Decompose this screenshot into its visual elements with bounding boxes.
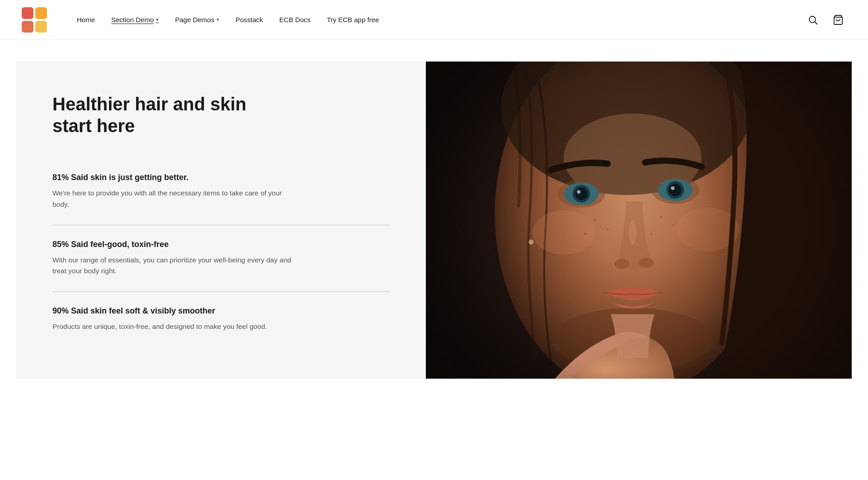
nav-item-try-ecb[interactable]: Try ECB app free	[319, 12, 387, 27]
cart-button[interactable]	[830, 12, 846, 28]
stat-text-1: We're here to provide you with all the n…	[52, 188, 297, 210]
nav-item-ecb-docs[interactable]: ECB Docs	[271, 12, 319, 27]
search-icon	[807, 14, 818, 25]
portrait-svg	[426, 62, 852, 379]
stat-text-2: With our range of essentials, you can pr…	[52, 255, 297, 277]
cart-icon	[833, 14, 844, 25]
stat-item-2: 85% Said feel-good, toxin-free With our …	[52, 225, 390, 292]
nav-item-section-demo[interactable]: Section Demo ▾	[103, 12, 167, 27]
logo[interactable]	[22, 7, 47, 33]
logo-cell-1	[22, 7, 33, 19]
hero-image	[426, 62, 852, 379]
stat-heading-2: 85% Said feel-good, toxin-free	[52, 240, 390, 249]
hero-title: Healthier hair and skin start here	[52, 93, 288, 137]
stat-heading-1: 81% Said skin is just getting better.	[52, 173, 390, 182]
svg-line-1	[815, 22, 818, 24]
search-button[interactable]	[805, 12, 821, 28]
nav-item-page-demos[interactable]: Page Demos ▾	[167, 12, 227, 27]
main-nav: Home Section Demo ▾ Page Demos ▾ Posstac…	[69, 12, 805, 27]
stats-list: 81% Said skin is just getting better. We…	[52, 158, 390, 347]
chevron-down-icon: ▾	[217, 17, 219, 23]
chevron-down-icon: ▾	[156, 17, 159, 23]
stat-item-1: 81% Said skin is just getting better. We…	[52, 158, 390, 225]
logo-cell-2	[35, 7, 47, 19]
hero-right-panel	[426, 62, 852, 379]
header-actions	[805, 12, 846, 28]
stat-item-3: 90% Said skin feel soft & visibly smooth…	[52, 292, 390, 347]
nav-item-posstack[interactable]: Posstack	[227, 12, 271, 27]
nav-item-home[interactable]: Home	[69, 12, 103, 27]
svg-rect-31	[426, 62, 852, 379]
logo-cell-4	[35, 21, 47, 33]
stat-heading-3: 90% Said skin feel soft & visibly smooth…	[52, 306, 390, 316]
hero-section: Healthier hair and skin start here 81% S…	[16, 62, 852, 379]
hero-left-panel: Healthier hair and skin start here 81% S…	[16, 62, 426, 379]
site-header: Home Section Demo ▾ Page Demos ▾ Posstac…	[0, 0, 868, 40]
svg-point-0	[809, 16, 816, 23]
logo-cell-3	[22, 21, 33, 33]
main-content: Healthier hair and skin start here 81% S…	[0, 40, 868, 379]
logo-grid	[22, 7, 47, 33]
stat-text-3: Products are unique, toxin-free, and des…	[52, 321, 297, 333]
